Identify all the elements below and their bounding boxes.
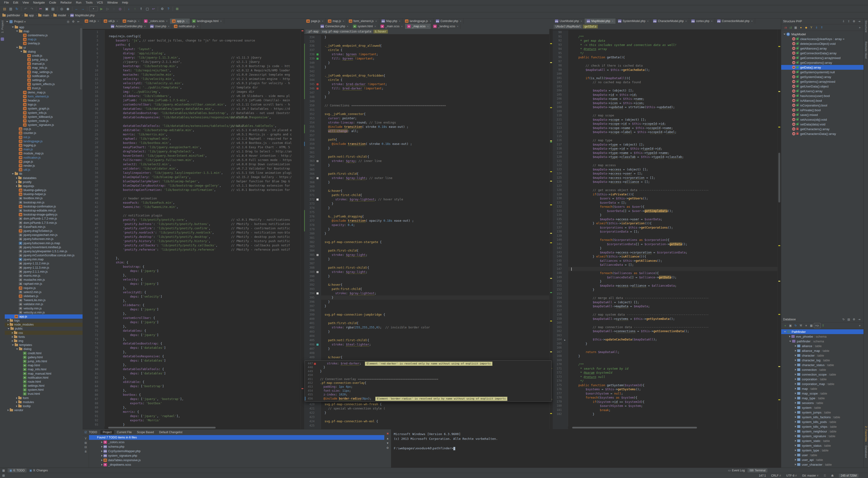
tree-item-slidebars.js[interactable]: JSslidebars.js bbox=[5, 294, 83, 298]
db-table-corporation_map[interactable]: corporation_map: table bbox=[781, 382, 864, 386]
tree-item-jquery-2.1.1.min.js[interactable]: JSjquery-2.1.1.min.js bbox=[5, 269, 83, 274]
remote-icon[interactable]: ▢ bbox=[145, 6, 150, 11]
tree-item-select2.min.js[interactable]: JSselect2.min.js bbox=[5, 290, 83, 294]
db-table-connection[interactable]: connection: table bbox=[781, 367, 864, 372]
menu-view[interactable]: View bbox=[21, 1, 31, 4]
tree-item-credit.js[interactable]: JScredit.js bbox=[5, 54, 83, 58]
structure-method-getCorporations[interactable]: mgetCorporations():array bbox=[781, 60, 864, 65]
tree-item-system_effects.js[interactable]: JSsystem_effects.js bbox=[5, 82, 83, 86]
tree-item-map[interactable]: map bbox=[5, 29, 83, 33]
structure-method-setAccess[interactable]: msetAccess(obj):void bbox=[781, 117, 864, 122]
tree-item-dom.jsPlumb-1.7.5-min.js[interactable]: JSdom.jsPlumb-1.7.5-min.js bbox=[5, 221, 83, 225]
down-icon[interactable]: ▼ bbox=[385, 441, 390, 446]
tree-item-counter.js[interactable]: JScounter.js bbox=[5, 131, 83, 135]
menu-window[interactable]: Window bbox=[105, 1, 120, 4]
tree-item-system_info.js[interactable]: JSsystem_info.js bbox=[5, 111, 83, 115]
todo-file-_dropdowns.scss[interactable]: S_dropdowns.scss bbox=[89, 463, 384, 467]
structure-method-isAlliance[interactable]: misAlliance():bool bbox=[781, 98, 864, 103]
todo-tab-scope-based[interactable]: Scope Based bbox=[134, 430, 156, 434]
synchronize-icon[interactable]: ↻ bbox=[14, 6, 20, 11]
editor-tab[interactable]: S_landing.scss× bbox=[431, 24, 461, 29]
tree-item-vendor[interactable]: vendor bbox=[5, 408, 83, 412]
tree-item-jquery.lazylinepainter-1.5.1.min.js[interactable]: JSjquery.lazylinepainter-1.5.1.min.js bbox=[5, 249, 83, 253]
settings-icon[interactable]: ⚙ bbox=[385, 446, 390, 450]
tree-item-map.html[interactable]: Hmap.html bbox=[5, 363, 83, 368]
editor-tab[interactable]: S_main.scss× bbox=[378, 24, 405, 29]
structure-class-row[interactable]: CMapModel bbox=[781, 32, 864, 36]
tree-item-modules[interactable]: modules bbox=[5, 400, 83, 404]
tree-item-dialog[interactable]: dialog bbox=[5, 50, 83, 54]
editor-tab[interactable]: JSmap.js× bbox=[326, 19, 347, 24]
git-branch[interactable]: Git: master⇵ bbox=[802, 474, 818, 477]
todo-tab-default-changelist[interactable]: Default Changelist bbox=[157, 430, 185, 434]
tree-item-morris.min.js[interactable]: JSmorris.min.js bbox=[5, 274, 83, 278]
tree-item-templates[interactable]: templates bbox=[5, 343, 83, 347]
editor-tab[interactable]: phpSystemModel.php× bbox=[616, 19, 651, 24]
settings-icon[interactable]: ⚙ bbox=[851, 19, 857, 24]
structure-method-getSystem[interactable]: mgetSystem(systemId):null bbox=[781, 70, 864, 74]
tree-item-trust.html[interactable]: Htrust.html bbox=[5, 392, 83, 396]
structure-method-delete[interactable]: mdelete(accessObject):void bbox=[781, 41, 864, 46]
tree-item-landingpage.js[interactable]: JSlandingpage.js bbox=[5, 139, 83, 143]
tree-item-jquery.mCustomScrollbar.concat.min.js[interactable]: JSjquery.mCustomScrollbar.concat.min.js bbox=[5, 253, 83, 257]
breadcrumb-item[interactable]: pathfinder bbox=[2, 14, 20, 17]
line-separator[interactable]: CRLF⇵ bbox=[771, 474, 781, 477]
close-icon[interactable]: ✖ bbox=[385, 431, 390, 436]
editor-tab[interactable]: Hlandingpage.html× bbox=[190, 19, 224, 24]
tree-item-img[interactable]: img bbox=[5, 339, 83, 343]
db-table-connection_scope[interactable]: connection_scope: table bbox=[781, 372, 864, 377]
save-all-icon[interactable]: ▥ bbox=[8, 6, 13, 11]
find-icon[interactable]: ◎ bbox=[59, 6, 64, 11]
structure-method-getSystems[interactable]: mgetSystems():array|mixed bbox=[781, 79, 864, 84]
tree-item-jump_info.js[interactable]: JSjump_info.js bbox=[5, 58, 83, 62]
rollback-icon[interactable]: ↩ bbox=[151, 6, 156, 11]
tree-item-require.js[interactable]: JSrequire.js bbox=[5, 286, 83, 290]
db-table-sessions[interactable]: sessions: table bbox=[781, 401, 864, 405]
tree-item-jquery.min.map[interactable]: Mjquery.min.map bbox=[5, 257, 83, 261]
tree-item-system_signature.js[interactable]: JSsystem_signature.js bbox=[5, 123, 83, 127]
toolwindow-remotehost-button[interactable]: Remote Host bbox=[865, 41, 868, 59]
tree-item-bootbox.min.js[interactable]: JSbootbox.min.js bbox=[5, 196, 83, 200]
editor-tab[interactable]: phpConnectionModel.php× bbox=[715, 19, 755, 24]
tree-item-notification.html[interactable]: Hnotification.html bbox=[5, 376, 83, 380]
filter-icon[interactable]: Y bbox=[809, 25, 814, 30]
tree-item-bootstrap-image-gallery.js[interactable]: JSbootstrap-image-gallery.js bbox=[5, 213, 83, 217]
tree-item-EasePack.min.js[interactable]: JSEasePack.min.js bbox=[5, 225, 83, 229]
tree-item-contextmenu.js[interactable]: JScontextmenu.js bbox=[5, 33, 83, 37]
lock-icon[interactable]: ⚿ bbox=[824, 474, 826, 477]
editor-tab[interactable]: JSmain.js× bbox=[121, 19, 142, 24]
help-icon[interactable]: ? bbox=[165, 6, 171, 11]
tree-item-bootstrap-editable.min.js[interactable]: JSbootstrap-editable.min.js bbox=[5, 209, 83, 213]
tree-item-velocity.min.js[interactable]: JSvelocity.min.js bbox=[5, 306, 83, 310]
tree-item-ccp.js[interactable]: JSccp.js bbox=[5, 127, 83, 131]
breadcrumb-item[interactable]: model bbox=[53, 14, 66, 17]
modify-icon[interactable]: ⚒ bbox=[798, 323, 804, 328]
structure-method-isCorporation[interactable]: misCorporation():bool bbox=[781, 103, 864, 108]
todo-tab-current-file[interactable]: Current File bbox=[115, 430, 134, 434]
autoscroll-target-icon[interactable]: ⇑ bbox=[819, 25, 824, 30]
tree-item-css[interactable]: css bbox=[5, 331, 83, 335]
db-table-system_signature[interactable]: system_signature: table bbox=[781, 434, 864, 438]
tree-item-TweenLite.min.js[interactable]: JSTweenLite.min.js bbox=[5, 298, 83, 302]
filter-icon[interactable]: Y bbox=[83, 437, 88, 441]
nav-chip[interactable]: \Model\MapModel bbox=[554, 25, 582, 28]
copy-icon[interactable]: ▣ bbox=[44, 6, 50, 11]
locate-file-icon[interactable]: ◎ bbox=[65, 19, 71, 24]
db-table-system_type[interactable]: system_type: table bbox=[781, 448, 864, 453]
tree-item-tooltip[interactable]: tooltip bbox=[5, 404, 83, 408]
nav-chip[interactable]: getData bbox=[583, 25, 598, 28]
tree-item-overlay.js[interactable]: JSoverlay.js bbox=[5, 41, 83, 45]
db-table-map_type[interactable]: map_type: table bbox=[781, 396, 864, 401]
cut-icon[interactable]: ✂ bbox=[38, 6, 43, 11]
tree-item-validator.min.js[interactable]: JSvalidator.min.js bbox=[5, 302, 83, 306]
db-table-system_kills_ships[interactable]: system_kills_ships: table bbox=[781, 424, 864, 429]
run-config-select[interactable]: ▾ bbox=[89, 6, 98, 11]
duplicate-icon[interactable]: ▣ bbox=[788, 323, 793, 328]
vertical-scrollbar[interactable] bbox=[778, 153, 780, 202]
project-scrollbar[interactable] bbox=[80, 28, 82, 90]
tree-item-util.js[interactable]: JSutil.js bbox=[5, 168, 83, 172]
tree-item-map_info.html[interactable]: Hmap_info.html bbox=[5, 368, 83, 372]
tree-item-route.html[interactable]: Hroute.html bbox=[5, 380, 83, 384]
more-icon[interactable]: » bbox=[857, 25, 862, 30]
tree-item-page.js[interactable]: JSpage.js bbox=[5, 160, 83, 164]
